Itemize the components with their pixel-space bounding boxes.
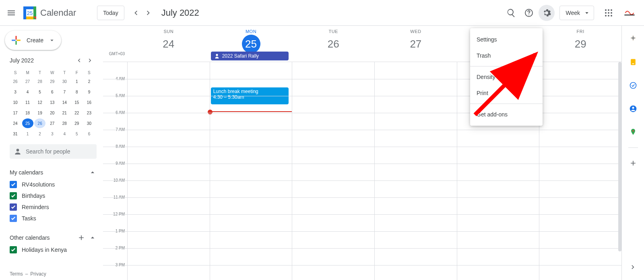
calendar-checkbox[interactable] xyxy=(10,181,17,188)
side-app-gemini[interactable] xyxy=(625,31,641,47)
calendar-list-item[interactable]: Holidays in Kenya xyxy=(10,244,97,255)
mini-calendar-day[interactable]: 31 xyxy=(10,129,21,139)
view-switcher[interactable]: Week xyxy=(559,6,594,20)
support-button[interactable] xyxy=(521,5,537,21)
mini-calendar-day[interactable]: 25 xyxy=(22,118,33,128)
search-button[interactable] xyxy=(503,5,519,21)
mini-calendar-day[interactable]: 22 xyxy=(71,108,83,118)
day-column[interactable]: Lunch break meeting4:30 – 5:30am xyxy=(210,62,292,280)
mini-calendar-day[interactable]: 7 xyxy=(59,87,70,97)
google-apps-button[interactable] xyxy=(601,5,617,21)
side-app-contacts[interactable] xyxy=(625,101,641,117)
mini-calendar-day[interactable]: 29 xyxy=(71,118,83,128)
settings-menu-print[interactable]: Print xyxy=(470,85,543,101)
side-app-maps[interactable] xyxy=(625,124,641,140)
grid-scrollbar[interactable] xyxy=(618,62,621,280)
mini-calendar-day[interactable]: 6 xyxy=(47,87,58,97)
calendar-checkbox[interactable] xyxy=(10,192,17,199)
prev-period-button[interactable] xyxy=(129,6,142,19)
settings-menu-settings[interactable]: Settings xyxy=(470,31,543,48)
mini-calendar-day[interactable]: 3 xyxy=(47,129,58,139)
keep-icon xyxy=(629,58,637,66)
next-period-button[interactable] xyxy=(142,6,155,19)
mini-calendar-day[interactable]: 13 xyxy=(47,97,58,107)
mini-calendar-day[interactable]: 9 xyxy=(83,87,95,97)
account-button[interactable] xyxy=(621,5,638,21)
mini-calendar-day[interactable]: 19 xyxy=(34,108,45,118)
mini-calendar-day[interactable]: 27 xyxy=(47,118,58,128)
mini-calendar-day[interactable]: 27 xyxy=(22,77,33,86)
mini-calendar-day[interactable]: 2 xyxy=(34,129,45,139)
mini-calendar-day[interactable]: 21 xyxy=(59,108,70,118)
settings-menu-button[interactable] xyxy=(539,5,555,21)
allday-event[interactable]: 2022 Safari Rally xyxy=(211,52,289,60)
terms-link[interactable]: Terms xyxy=(10,271,23,277)
mini-calendar-day[interactable]: 15 xyxy=(71,97,83,107)
calendar-list-item[interactable]: Birthdays xyxy=(10,190,97,201)
mini-calendar-day[interactable]: 29 xyxy=(47,77,58,86)
mini-calendar-day[interactable]: 2 xyxy=(83,77,95,86)
day-number[interactable]: 26 xyxy=(324,35,343,53)
mini-calendar-day[interactable]: 5 xyxy=(34,87,45,97)
day-column[interactable] xyxy=(127,62,210,280)
mini-calendar-day[interactable]: 28 xyxy=(34,77,45,86)
mini-calendar-day[interactable]: 1 xyxy=(71,77,83,86)
mini-calendar-day[interactable]: 10 xyxy=(10,97,21,107)
hour-gridline xyxy=(103,248,621,249)
side-panel-add-button[interactable] xyxy=(625,155,641,171)
mini-calendar-day[interactable]: 28 xyxy=(59,118,70,128)
side-app-tasks[interactable] xyxy=(625,77,641,93)
mini-calendar-day[interactable]: 1 xyxy=(22,129,33,139)
calendar-list-item[interactable]: RV4solutions xyxy=(10,179,97,190)
calendar-list-item[interactable]: Reminders xyxy=(10,201,97,213)
mini-prev-month-button[interactable] xyxy=(74,56,84,65)
mini-calendar-day[interactable]: 3 xyxy=(10,87,21,97)
search-people-input[interactable]: Search for people xyxy=(10,144,97,159)
mini-calendar-day[interactable]: 18 xyxy=(22,108,33,118)
mini-calendar-day[interactable]: 4 xyxy=(59,129,70,139)
mini-calendar-day[interactable]: 20 xyxy=(47,108,58,118)
add-other-calendar-button[interactable] xyxy=(77,234,85,242)
calendar-list-item[interactable]: Tasks xyxy=(10,213,97,224)
day-number[interactable]: 27 xyxy=(407,35,425,53)
day-number[interactable]: 24 xyxy=(159,35,178,53)
mini-calendar-day[interactable]: 16 xyxy=(83,97,95,107)
mini-calendar-day[interactable]: 11 xyxy=(22,97,33,107)
other-calendars-toggle[interactable]: Other calendars xyxy=(10,231,97,244)
side-app-keep[interactable] xyxy=(625,54,641,70)
mini-calendar-day[interactable]: 23 xyxy=(83,108,95,118)
settings-menu-density-and-color[interactable]: Density and color xyxy=(470,69,543,85)
mini-calendar-day[interactable]: 30 xyxy=(59,77,70,86)
mini-calendar-day[interactable]: 26 xyxy=(34,118,45,128)
mini-calendar-day[interactable]: 14 xyxy=(59,97,70,107)
calendar-checkbox[interactable] xyxy=(10,203,17,211)
privacy-link[interactable]: Privacy xyxy=(30,271,46,277)
mini-next-month-button[interactable] xyxy=(85,56,95,65)
settings-menu-trash[interactable]: Trash xyxy=(470,48,543,64)
calendar-label: RV4solutions xyxy=(22,181,55,188)
mini-calendar-day[interactable]: 17 xyxy=(10,108,21,118)
mini-calendar-day[interactable]: 8 xyxy=(71,87,83,97)
calendar-checkbox[interactable] xyxy=(10,215,17,222)
mini-calendar-day[interactable]: 4 xyxy=(22,87,33,97)
my-calendars-toggle[interactable]: My calendars xyxy=(10,166,97,179)
create-button[interactable]: Create xyxy=(5,31,61,50)
mini-calendar-day[interactable]: 30 xyxy=(83,118,95,128)
scrollbar-thumb[interactable] xyxy=(618,62,621,251)
mini-calendar-day[interactable]: 12 xyxy=(34,97,45,107)
time-grid[interactable]: 4 AM5 AM6 AM7 AM8 AM9 AM10 AM11 AM12 PM1… xyxy=(103,62,621,280)
settings-menu-get-add-ons[interactable]: Get add-ons xyxy=(470,106,543,122)
day-number[interactable]: 29 xyxy=(571,35,590,53)
today-button[interactable]: Today xyxy=(97,6,124,20)
day-column[interactable] xyxy=(374,62,457,280)
day-number[interactable]: 25 xyxy=(242,35,260,53)
main-menu-button[interactable] xyxy=(3,5,19,21)
mini-calendar-day[interactable]: 5 xyxy=(71,129,83,139)
mini-calendar-day[interactable]: 6 xyxy=(83,129,95,139)
mini-calendar-day[interactable]: 24 xyxy=(10,118,21,128)
day-column[interactable] xyxy=(292,62,374,280)
side-panel-collapse-button[interactable] xyxy=(625,259,641,275)
day-column[interactable] xyxy=(539,62,621,280)
calendar-checkbox[interactable] xyxy=(10,246,17,253)
mini-calendar-day[interactable]: 26 xyxy=(10,77,21,86)
